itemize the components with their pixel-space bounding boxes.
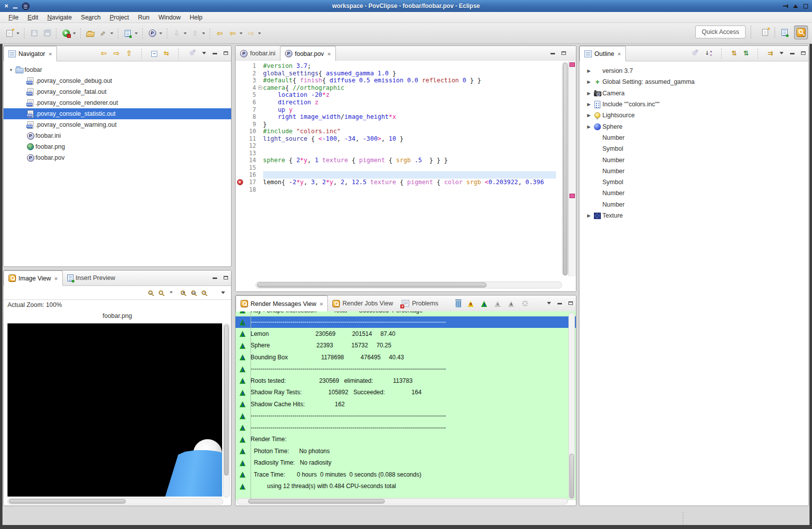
outline-item-lightsource[interactable]: ▶Lightsource <box>585 110 809 121</box>
dropdown-arrow-icon[interactable] <box>16 32 19 34</box>
menu-help[interactable]: Help <box>185 13 207 22</box>
render-settings-button[interactable] <box>122 27 134 39</box>
render-message-row[interactable]: ----------------------------------------… <box>236 316 576 328</box>
navigator-item-foobar-png[interactable]: foobar.png <box>3 141 231 152</box>
expand-arrow-icon[interactable]: ▶ <box>585 91 592 96</box>
render-message-row[interactable]: Radiosity Time: No radiosity <box>236 457 576 469</box>
navigator-item--povray-console-debug-out[interactable]: .povray_console_debug.out <box>3 75 231 86</box>
maximize-icon[interactable] <box>568 301 573 305</box>
view-menu-icon[interactable] <box>780 52 784 54</box>
link-editor-button[interactable]: ⇆ <box>164 49 169 57</box>
expand-tree-button[interactable]: ⇅ <box>731 49 737 57</box>
error-overview-marker[interactable] <box>569 62 575 67</box>
code-editor[interactable]: 1#version 3.7;2global_settings{ assumed_… <box>236 61 576 291</box>
render-hscrollbar[interactable] <box>237 498 568 505</box>
outline-item-number[interactable]: Number <box>585 132 809 143</box>
outline-item-sphere[interactable]: ▶Sphere <box>585 121 809 132</box>
code-line-11[interactable]: 11light_source { <-100, -34, -300>, 10 } <box>236 135 556 142</box>
render-message-row[interactable]: Shadow Cache Hits: 162 <box>236 398 576 410</box>
dropdown-arrow-icon[interactable] <box>73 32 76 34</box>
outline-item-number[interactable]: Number <box>585 199 809 210</box>
dropdown-arrow-icon[interactable] <box>170 291 173 293</box>
outline-item-number[interactable]: Number <box>585 188 809 199</box>
triangle-off-x-button[interactable] <box>494 300 502 307</box>
code-line-5[interactable]: 5 location -20*z <box>236 91 556 99</box>
code-line-7[interactable]: 7 up y <box>236 106 556 113</box>
collapse-all-button[interactable] <box>151 49 157 56</box>
fold-collapse-icon[interactable] <box>258 85 263 90</box>
back-button[interactable]: ⇦ <box>100 49 107 58</box>
expand-arrow-icon[interactable]: ▶ <box>585 79 592 84</box>
zoom-select-button[interactable] <box>159 289 163 296</box>
shade-icon[interactable] <box>793 4 798 8</box>
code-line-18[interactable]: 18 <box>236 186 556 193</box>
open-perspective-button[interactable] <box>759 26 772 39</box>
render-message-row[interactable]: Roots tested: 230569 eliminated: 113783 <box>236 375 576 387</box>
code-line-15[interactable]: 15 <box>236 164 556 172</box>
knife-button[interactable] <box>97 27 109 39</box>
overview-ruler[interactable] <box>568 61 576 276</box>
view-menu-icon[interactable] <box>221 291 225 294</box>
zoom-in-button[interactable] <box>181 289 185 296</box>
tab-render-jobs-view[interactable]: Render Jobs View <box>328 295 397 311</box>
triangle-ok-button[interactable] <box>481 300 488 307</box>
view-menu-icon[interactable] <box>547 302 551 304</box>
outline-item-texture[interactable]: ▶Texture <box>585 210 809 221</box>
status-trim-handle[interactable] <box>683 512 683 524</box>
minimize-icon[interactable] <box>213 277 217 279</box>
last-edit-button[interactable]: ⇦ <box>214 27 226 39</box>
new-wizard-button[interactable] <box>3 27 15 39</box>
outline-item-symbol[interactable]: Symbol <box>585 143 809 154</box>
render-message-row[interactable]: ----------------------------------------… <box>236 363 576 375</box>
navigator-item--povray-console-warning-out[interactable]: .povray_console_warning.out <box>3 119 231 130</box>
navigator-item-foobar-pov[interactable]: foobar.pov <box>3 152 231 163</box>
expand-arrow-icon[interactable]: ▶ <box>585 213 592 218</box>
code-line-1[interactable]: 1#version 3.7; <box>236 62 556 70</box>
close-icon[interactable]: × <box>320 301 323 307</box>
code-line-2[interactable]: 2global_settings{ assumed_gamma 1.0 } <box>236 70 556 77</box>
tab-image-view[interactable]: Image View× <box>3 270 63 286</box>
expand-arrow-icon[interactable]: ▶ <box>585 102 592 107</box>
code-line-10[interactable]: 10#include "colors.inc" <box>236 128 556 135</box>
window-maximize-icon[interactable] <box>804 4 808 8</box>
window-minimize-icon[interactable] <box>13 7 17 8</box>
outline-item-symbol[interactable]: Symbol <box>585 177 809 188</box>
outline-item-camera[interactable]: ▶Camera <box>585 88 809 99</box>
navigator-item--povray-console-statistic-out[interactable]: .povray_console_statistic.out <box>3 108 231 119</box>
close-icon[interactable]: × <box>327 51 330 57</box>
code-line-16[interactable]: 16 <box>236 171 556 179</box>
editor-vscrollbar[interactable] <box>562 62 568 275</box>
quick-access-button[interactable]: Quick Access <box>695 25 746 38</box>
dropdown-arrow-icon[interactable] <box>110 32 113 34</box>
zoom-out-button[interactable] <box>202 289 206 296</box>
navigator-item--povray-console-fatal-out[interactable]: .povray_console_fatal.out <box>3 86 231 97</box>
maximize-icon[interactable] <box>224 276 228 279</box>
tab-problems[interactable]: Problems <box>397 295 443 311</box>
code-line-12[interactable]: 12 <box>236 142 556 150</box>
image-vscrollbar[interactable] <box>223 323 230 498</box>
render-message-row[interactable]: Shadow Ray Tests: 105892 Succeeded: 164 <box>236 387 576 399</box>
trash-button[interactable] <box>456 299 461 307</box>
outline-item-global-setting-assumed-gamma[interactable]: ▶Global Setting: assumed_gamma <box>585 76 809 87</box>
code-line-3[interactable]: 3#default{ finish{ diffuse 0.5 emission … <box>236 77 556 84</box>
render-button[interactable] <box>60 27 72 39</box>
resource-perspective-button[interactable] <box>778 26 791 39</box>
sort-az-button[interactable] <box>705 49 712 57</box>
navigator-item-foobar[interactable]: ▾foobar <box>3 64 231 75</box>
window-close-icon[interactable]: × <box>4 0 8 12</box>
menu-window[interactable]: Window <box>154 13 185 22</box>
minimize-icon[interactable] <box>213 53 217 54</box>
code-line-14[interactable]: 14sphere { 2*y, 1 texture { pigment { sr… <box>236 157 556 164</box>
dropdown-arrow-icon[interactable] <box>202 32 205 34</box>
zoom-fit-button[interactable] <box>148 289 153 296</box>
tab-insert-preview[interactable]: Insert Preview <box>63 270 120 285</box>
render-messages-list[interactable]: Ray->Shape Intersection Tests Succeeded … <box>236 311 576 500</box>
navigator-item--povray-console-renderer-out[interactable]: .povray_console_renderer.out <box>3 97 231 108</box>
menu-edit[interactable]: Edit <box>23 13 43 22</box>
tab-foobar-pov[interactable]: foobar.pov× <box>280 46 336 61</box>
tab-navigator[interactable]: Navigator × <box>3 46 57 61</box>
dropdown-arrow-icon[interactable] <box>184 32 187 34</box>
code-line-9[interactable]: 9} <box>236 120 556 128</box>
menu-project[interactable]: Project <box>105 13 134 22</box>
image-hscrollbar[interactable] <box>7 498 223 505</box>
